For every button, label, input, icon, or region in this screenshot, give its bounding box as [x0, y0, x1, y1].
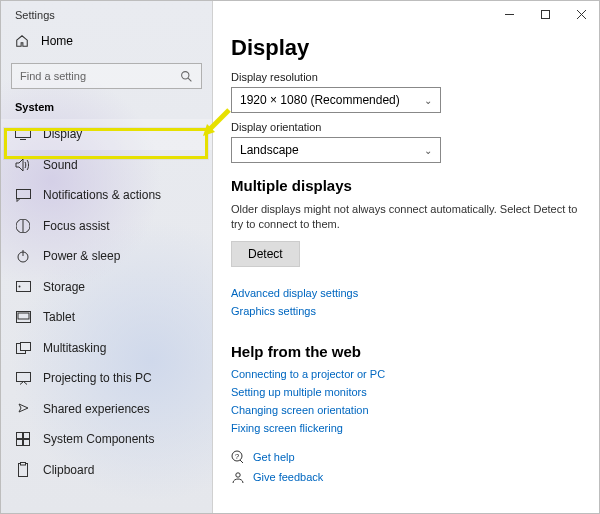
svg-rect-14: [17, 433, 23, 439]
shared-experiences-icon: [15, 401, 31, 417]
notifications-icon: [15, 187, 31, 203]
minimize-button[interactable]: [491, 1, 527, 27]
page-title: Display: [231, 35, 579, 61]
help-link[interactable]: Connecting to a projector or PC: [231, 368, 579, 380]
settings-window: Settings Home Find a setting System Disp…: [0, 0, 600, 514]
help-link[interactable]: Changing screen orientation: [231, 404, 579, 416]
sidebar: Settings Home Find a setting System Disp…: [1, 1, 213, 513]
svg-rect-4: [16, 189, 30, 198]
svg-point-0: [182, 71, 189, 78]
sidebar-nav: Display Sound Notifications & actions Fo…: [1, 119, 212, 485]
help-link[interactable]: Setting up multiple monitors: [231, 386, 579, 398]
sidebar-item-multitasking[interactable]: Multitasking: [1, 333, 212, 364]
help-heading: Help from the web: [231, 343, 579, 360]
tablet-icon: [15, 309, 31, 325]
sidebar-item-system-components[interactable]: System Components: [1, 424, 212, 455]
search-placeholder: Find a setting: [20, 70, 86, 82]
svg-rect-17: [24, 440, 30, 446]
advanced-display-settings-link[interactable]: Advanced display settings: [231, 287, 579, 299]
home-icon: [15, 34, 29, 48]
projecting-icon: [15, 370, 31, 386]
give-feedback-link[interactable]: Give feedback: [231, 470, 579, 484]
svg-rect-10: [18, 313, 29, 319]
power-icon: [15, 248, 31, 264]
resolution-dropdown[interactable]: 1920 × 1080 (Recommended) ⌄: [231, 87, 441, 113]
storage-icon: [15, 279, 31, 295]
sidebar-item-label: Multitasking: [43, 341, 106, 355]
sidebar-item-focus-assist[interactable]: Focus assist: [1, 211, 212, 242]
chevron-down-icon: ⌄: [424, 145, 432, 156]
sidebar-item-label: Storage: [43, 280, 85, 294]
feedback-icon: [231, 470, 245, 484]
search-input[interactable]: Find a setting: [11, 63, 202, 89]
sidebar-item-label: Tablet: [43, 310, 75, 324]
svg-text:?: ?: [235, 452, 240, 461]
resolution-label: Display resolution: [231, 71, 579, 83]
svg-rect-21: [541, 10, 549, 18]
clipboard-icon: [15, 462, 31, 478]
maximize-button[interactable]: [527, 1, 563, 27]
sidebar-item-label: Focus assist: [43, 219, 110, 233]
svg-rect-16: [17, 440, 23, 446]
orientation-dropdown[interactable]: Landscape ⌄: [231, 137, 441, 163]
svg-point-26: [236, 473, 240, 477]
sidebar-item-power-sleep[interactable]: Power & sleep: [1, 241, 212, 272]
sidebar-item-label: Shared experiences: [43, 402, 150, 416]
svg-rect-12: [20, 342, 30, 350]
sidebar-item-label: Sound: [43, 158, 78, 172]
sidebar-item-storage[interactable]: Storage: [1, 272, 212, 303]
window-controls: [491, 1, 599, 27]
svg-rect-15: [24, 433, 30, 439]
focus-assist-icon: [15, 218, 31, 234]
sidebar-item-tablet[interactable]: Tablet: [1, 302, 212, 333]
search-icon: [180, 70, 193, 83]
sidebar-item-notifications[interactable]: Notifications & actions: [1, 180, 212, 211]
svg-line-1: [188, 78, 191, 81]
chevron-down-icon: ⌄: [424, 95, 432, 106]
get-help-icon: ?: [231, 450, 245, 464]
sidebar-item-sound[interactable]: Sound: [1, 150, 212, 181]
close-button[interactable]: [563, 1, 599, 27]
svg-point-8: [18, 286, 20, 288]
sidebar-item-label: System Components: [43, 432, 154, 446]
sidebar-item-display[interactable]: Display: [1, 119, 212, 150]
orientation-label: Display orientation: [231, 121, 579, 133]
main-panel: Display Display resolution 1920 × 1080 (…: [213, 1, 599, 513]
sidebar-item-label: Projecting to this PC: [43, 371, 152, 385]
sidebar-item-label: Clipboard: [43, 463, 94, 477]
resolution-value: 1920 × 1080 (Recommended): [240, 93, 400, 107]
sidebar-item-label: Notifications & actions: [43, 188, 161, 202]
multiple-displays-body: Older displays might not always connect …: [231, 202, 579, 233]
detect-button[interactable]: Detect: [231, 241, 300, 267]
give-feedback-label: Give feedback: [253, 471, 323, 483]
components-icon: [15, 431, 31, 447]
help-link[interactable]: Fixing screen flickering: [231, 422, 579, 434]
sidebar-item-shared-experiences[interactable]: Shared experiences: [1, 394, 212, 425]
svg-rect-2: [16, 129, 31, 138]
sidebar-item-label: Display: [43, 127, 82, 141]
nav-home[interactable]: Home: [1, 27, 212, 55]
window-title: Settings: [1, 7, 212, 27]
svg-rect-13: [16, 372, 30, 381]
nav-home-label: Home: [41, 34, 73, 48]
svg-rect-19: [21, 463, 26, 466]
get-help-link[interactable]: ? Get help: [231, 450, 579, 464]
graphics-settings-link[interactable]: Graphics settings: [231, 305, 579, 317]
orientation-value: Landscape: [240, 143, 299, 157]
multiple-displays-heading: Multiple displays: [231, 177, 579, 194]
get-help-label: Get help: [253, 451, 295, 463]
display-icon: [15, 126, 31, 142]
sound-icon: [15, 157, 31, 173]
sidebar-item-clipboard[interactable]: Clipboard: [1, 455, 212, 486]
multitasking-icon: [15, 340, 31, 356]
sidebar-item-label: Power & sleep: [43, 249, 120, 263]
sidebar-section-label: System: [1, 97, 212, 117]
sidebar-item-projecting[interactable]: Projecting to this PC: [1, 363, 212, 394]
